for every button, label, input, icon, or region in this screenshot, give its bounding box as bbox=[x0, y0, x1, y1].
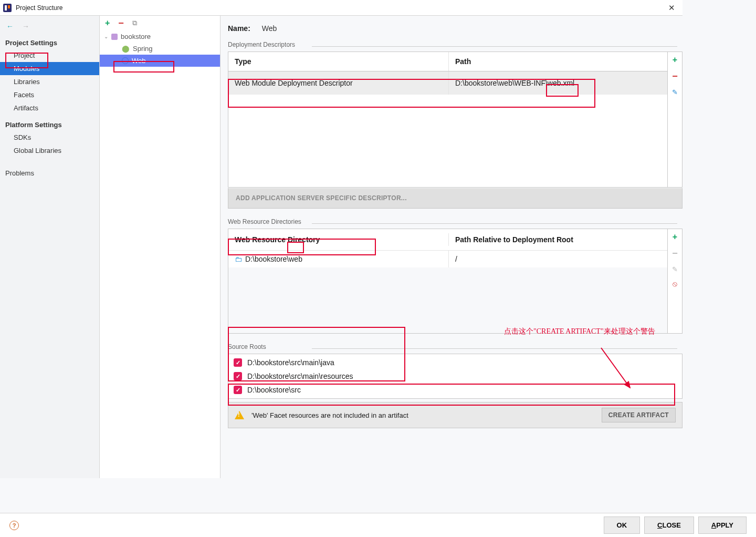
tree-copy-icon[interactable]: ⧉ bbox=[132, 19, 137, 27]
nav-artifacts[interactable]: Artifacts bbox=[0, 101, 99, 115]
web-resource-directories-legend: Web Resource Directories bbox=[228, 218, 682, 229]
col-rel-path: Path Relative to Deployment Root bbox=[449, 233, 667, 246]
section-platform-settings: Platform Settings bbox=[0, 115, 99, 131]
annotation-text: 点击这个"CREATE ARTIFACT"来处理这个警告 bbox=[504, 327, 677, 336]
source-roots-legend: Source Roots bbox=[228, 343, 682, 354]
section-project-settings: Project Settings bbox=[0, 33, 99, 49]
deployment-descriptors-table: Type Path Web Module Deployment Descript… bbox=[228, 51, 682, 188]
create-artifact-button[interactable]: CREATE ARTIFACT bbox=[602, 408, 676, 422]
cell-rel-path: / bbox=[449, 251, 667, 267]
tree-facet-web[interactable]: Web bbox=[100, 55, 220, 67]
checkbox-checked-icon[interactable]: ✓ bbox=[234, 372, 242, 380]
warning-text: 'Web' Facet resources are not included i… bbox=[251, 411, 408, 419]
cell-dir: D:\bookstore\web bbox=[245, 255, 302, 263]
main-panel: Name: Web Deployment Descriptors Type Pa… bbox=[220, 16, 682, 478]
nav-project[interactable]: Project bbox=[0, 49, 99, 62]
col-path: Path bbox=[449, 52, 667, 71]
nav-global-libraries[interactable]: Global Libraries bbox=[0, 144, 99, 157]
tree-module-bookstore[interactable]: ⌄ bookstore bbox=[100, 30, 220, 43]
checkbox-checked-icon[interactable]: ✓ bbox=[234, 358, 242, 367]
remove-icon: − bbox=[672, 248, 678, 259]
module-tree: + − ⧉ ⌄ bookstore ⬤ Spring Web bbox=[100, 16, 220, 478]
nav-facets[interactable]: Facets bbox=[0, 88, 99, 101]
deployment-descriptors-legend: Deployment Descriptors bbox=[228, 41, 682, 51]
warning-icon bbox=[235, 411, 244, 419]
folder-icon: 🗀 bbox=[235, 255, 242, 263]
nav-libraries[interactable]: Libraries bbox=[0, 75, 99, 88]
src-root-path: D:\bookstore\src\main\java bbox=[247, 358, 334, 367]
web-icon bbox=[122, 57, 129, 64]
web-resource-table: Web Resource Directory Path Relative to … bbox=[228, 229, 682, 334]
table-row[interactable]: 🗀D:\bookstore\web / bbox=[228, 251, 667, 267]
svg-rect-1 bbox=[5, 5, 7, 11]
nav-back-icon[interactable]: ← bbox=[6, 22, 14, 30]
remove-icon[interactable]: − bbox=[672, 71, 678, 82]
help-icon[interactable]: ⦸ bbox=[673, 280, 677, 288]
tree-facet-spring[interactable]: ⬤ Spring bbox=[100, 43, 220, 55]
module-icon bbox=[111, 34, 118, 40]
titlebar: Project Structure ✕ bbox=[0, 0, 682, 16]
table-empty bbox=[228, 95, 667, 187]
settings-sidebar: ← → Project Settings Project Modules Lib… bbox=[0, 16, 100, 478]
nav-modules[interactable]: Modules bbox=[0, 62, 99, 75]
list-item[interactable]: ✓D:\bookstore\src\main\java bbox=[234, 358, 677, 367]
svg-rect-0 bbox=[3, 4, 12, 12]
spring-icon: ⬤ bbox=[122, 45, 130, 53]
col-dir: Web Resource Directory bbox=[228, 233, 449, 246]
list-item[interactable]: ✓D:\bookstore\src bbox=[234, 386, 677, 394]
nav-problems[interactable]: Problems bbox=[0, 167, 99, 180]
nav-forward-icon[interactable]: → bbox=[22, 22, 29, 30]
edit-icon[interactable]: ✎ bbox=[672, 88, 678, 96]
cell-type: Web Module Deployment Descriptor bbox=[228, 71, 449, 95]
tree-add-icon[interactable]: + bbox=[105, 18, 110, 28]
table-row[interactable]: Web Module Deployment Descriptor D:\book… bbox=[228, 71, 667, 95]
checkbox-checked-icon[interactable]: ✓ bbox=[234, 386, 242, 394]
add-server-descriptor-button[interactable]: ADD APPLICATION SERVER SPECIFIC DESCRIPT… bbox=[228, 188, 682, 209]
tree-label: bookstore bbox=[121, 33, 151, 40]
tree-label: Web bbox=[132, 57, 146, 65]
edit-icon: ✎ bbox=[672, 265, 678, 273]
close-icon[interactable]: ✕ bbox=[664, 3, 679, 13]
list-item[interactable]: ✓D:\bookstore\src\main\resources bbox=[234, 372, 677, 380]
name-value[interactable]: Web bbox=[262, 24, 277, 33]
source-roots-list: ✓D:\bookstore\src\main\java ✓D:\bookstor… bbox=[228, 354, 682, 399]
app-icon bbox=[3, 4, 12, 12]
chevron-down-icon: ⌄ bbox=[104, 34, 108, 39]
src-root-path: D:\bookstore\src bbox=[247, 386, 301, 394]
add-icon[interactable]: + bbox=[673, 232, 677, 242]
tree-remove-icon[interactable]: − bbox=[118, 18, 124, 29]
col-type: Type bbox=[228, 52, 449, 71]
window-title: Project Structure bbox=[16, 4, 62, 12]
src-root-path: D:\bookstore\src\main\resources bbox=[247, 372, 353, 380]
cell-path: D:\bookstore\web\WEB-INF\web.xml bbox=[449, 71, 667, 95]
svg-rect-2 bbox=[8, 5, 10, 8]
warning-bar: 'Web' Facet resources are not included i… bbox=[228, 402, 682, 428]
tree-label: Spring bbox=[133, 45, 153, 53]
nav-sdks[interactable]: SDKs bbox=[0, 131, 99, 144]
name-label: Name: bbox=[228, 24, 250, 33]
add-icon[interactable]: + bbox=[673, 55, 677, 65]
